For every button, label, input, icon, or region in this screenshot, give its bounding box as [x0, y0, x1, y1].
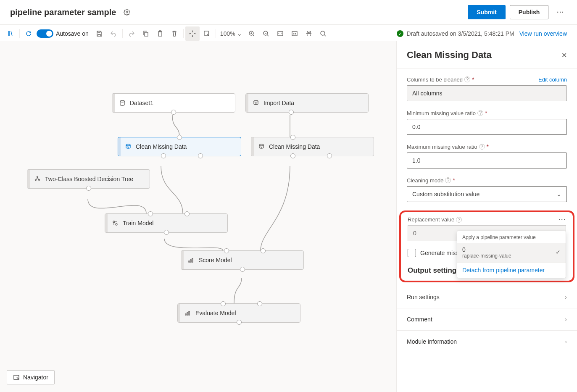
node-clean-missing-data-2[interactable]: Clean Missing Data	[251, 137, 374, 156]
publish-button[interactable]: Publish	[510, 5, 549, 19]
help-icon[interactable]: ?	[464, 76, 470, 82]
min-ratio-label: Minimum missing value ratio	[407, 110, 476, 116]
cleaning-mode-select[interactable]: Custom substitution value ⌄	[407, 186, 567, 202]
node-dataset1[interactable]: Dataset1	[112, 93, 235, 113]
svg-point-10	[120, 100, 124, 102]
node-clean-missing-data-1[interactable]: Clean Missing Data	[118, 137, 241, 156]
help-icon[interactable]: ?	[445, 177, 451, 183]
svg-rect-2	[158, 32, 162, 36]
zoom-in-icon[interactable]	[245, 26, 259, 41]
svg-point-13	[259, 144, 263, 146]
svg-point-17	[113, 221, 115, 223]
chevron-down-icon: ⌄	[556, 191, 561, 197]
node-label: Clean Missing Data	[136, 143, 187, 150]
zoom-out-icon[interactable]	[259, 26, 273, 41]
chevron-down-icon: ⌄	[237, 30, 242, 37]
edit-column-link[interactable]: Edit column	[538, 76, 567, 83]
clean-icon	[125, 143, 132, 150]
status-text: Draft autosaved on 3/5/2021, 5:48:21 PM	[407, 30, 514, 37]
dropdown-item-selected[interactable]: 0 raplace-missing-value	[457, 243, 566, 262]
chevron-right-icon: ›	[565, 316, 567, 323]
svg-rect-8	[292, 32, 297, 36]
help-icon[interactable]: ?	[479, 144, 485, 150]
chevron-right-icon: ›	[565, 338, 567, 345]
svg-point-9	[321, 31, 325, 35]
clean-icon	[258, 143, 265, 150]
max-ratio-input[interactable]: 1.0	[407, 153, 567, 168]
pan-icon[interactable]	[185, 26, 200, 41]
replacement-label: Replacement value	[408, 216, 454, 223]
delete-icon[interactable]	[167, 26, 182, 41]
node-label: Import Data	[263, 100, 294, 106]
fit-screen-icon[interactable]	[273, 26, 287, 41]
section-module-info[interactable]: Module information ›	[397, 330, 577, 353]
svg-point-0	[126, 11, 128, 13]
cleaning-mode-label: Cleaning mode	[407, 177, 443, 184]
panel-toggle-icon[interactable]	[3, 26, 18, 41]
evaluate-icon	[184, 310, 191, 316]
help-icon[interactable]: ?	[456, 217, 462, 223]
copy-icon[interactable]	[139, 26, 153, 41]
autosave-label: Autosave on	[56, 30, 89, 37]
database-icon	[119, 100, 126, 106]
close-icon[interactable]: ✕	[561, 51, 567, 59]
navigator-button[interactable]: Navigator	[7, 370, 55, 384]
node-evaluate-model[interactable]: Evaluate Model	[177, 303, 300, 323]
node-label: Train Model	[123, 220, 153, 226]
save-icon[interactable]	[92, 26, 106, 41]
search-icon[interactable]	[316, 26, 330, 41]
max-ratio-label: Maximum missing value ratio	[407, 144, 477, 150]
required-star: *	[472, 76, 474, 83]
svg-point-12	[126, 144, 130, 146]
status-ok-icon: ✓	[397, 30, 403, 37]
node-score-model[interactable]: Score Model	[181, 250, 304, 270]
import-icon	[253, 100, 259, 106]
gear-icon[interactable]	[124, 9, 130, 16]
navigator-icon	[13, 374, 20, 381]
select-icon[interactable]	[200, 26, 214, 41]
pipeline-parameter-dropdown: Apply a pipeline parameter value 0 rapla…	[457, 231, 566, 278]
node-label: Two-Class Boosted Decision Tree	[45, 176, 133, 182]
svg-rect-7	[278, 32, 283, 36]
node-twoclass-boosted[interactable]: Two-Class Boosted Decision Tree	[27, 169, 150, 189]
chevron-right-icon: ›	[565, 294, 567, 300]
autosave-toggle[interactable]	[37, 29, 53, 38]
page-title: pipeline parameter sample	[10, 8, 116, 17]
svg-point-14	[37, 176, 38, 178]
replacement-more-icon[interactable]: ···	[559, 216, 566, 223]
submit-button[interactable]: Submit	[468, 5, 505, 19]
columns-value: All columns	[407, 85, 567, 101]
node-label: Score Model	[199, 257, 232, 263]
view-run-link[interactable]: View run overview	[519, 30, 567, 37]
node-label: Dataset1	[130, 100, 153, 106]
help-icon[interactable]: ?	[477, 110, 483, 116]
autolayout-icon[interactable]	[302, 26, 316, 41]
section-comment[interactable]: Comment ›	[397, 308, 577, 330]
svg-point-18	[116, 224, 117, 225]
section-run-settings[interactable]: Run settings ›	[397, 286, 577, 308]
tree-icon	[34, 176, 41, 182]
min-ratio-input[interactable]: 0.0	[407, 119, 567, 135]
node-label: Evaluate Model	[195, 310, 236, 316]
svg-point-11	[254, 100, 258, 102]
header-more-icon[interactable]: ···	[554, 9, 567, 16]
panel-title: Clean Missing Data	[407, 50, 561, 61]
paste-icon[interactable]	[153, 26, 167, 41]
replacement-value-region: Replacement value ? ··· 0 Generate miss …	[399, 210, 574, 282]
columns-label: Columns to be cleaned	[407, 76, 463, 83]
node-train-model[interactable]: Train Model	[105, 213, 228, 233]
undo-icon[interactable]	[106, 26, 121, 41]
train-icon	[112, 220, 119, 226]
detach-link[interactable]: Detach from pipeline parameter	[457, 263, 566, 278]
node-import-data[interactable]: Import Data	[245, 93, 369, 113]
toolbar: Autosave on 100%⌄ ✓ Draft autosaved on 3…	[0, 25, 577, 43]
zoom-display[interactable]: 100%⌄	[220, 30, 242, 37]
svg-rect-1	[145, 32, 148, 36]
refresh-icon[interactable]	[21, 26, 36, 41]
score-icon	[188, 257, 195, 263]
header-bar: pipeline parameter sample Submit Publish…	[0, 0, 577, 25]
dropdown-header: Apply a pipeline parameter value	[457, 231, 566, 243]
redo-icon[interactable]	[124, 26, 139, 41]
actual-size-icon[interactable]	[287, 26, 302, 41]
properties-panel: Clean Missing Data ✕ Columns to be clean…	[396, 41, 577, 392]
